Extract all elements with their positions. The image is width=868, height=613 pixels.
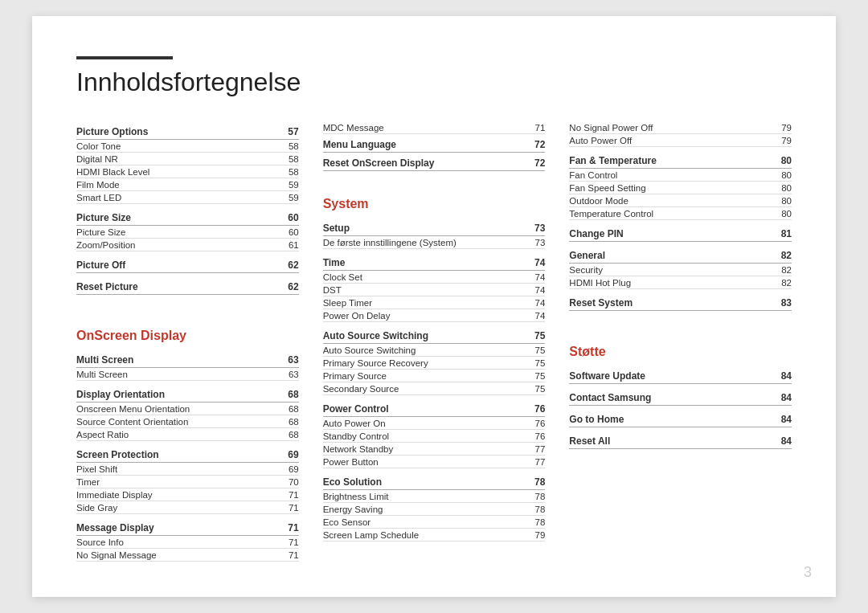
column-2: MDC Message 71 Menu Language 72 Reset On… xyxy=(323,121,546,565)
toc-header-change-pin: Change PIN 81 xyxy=(569,223,792,242)
toc-item: Auto Source Switching 75 xyxy=(323,344,546,357)
group-software-update: Software Update 84 xyxy=(569,366,792,384)
toc-item: Clock Set 74 xyxy=(323,271,546,284)
toc-item: HDMI Hot Plug 82 xyxy=(569,276,792,289)
toc-item: Timer 70 xyxy=(76,476,299,488)
toc-item: Source Content Orientation 68 xyxy=(76,415,299,428)
toc-item: Eco Sensor 78 xyxy=(323,516,546,529)
toc-item: No Signal Message 71 xyxy=(76,549,299,562)
toc-item: Source Info 71 xyxy=(76,536,299,549)
toc-item: Auto Power On 76 xyxy=(323,417,546,430)
toc-item: Smart LED 59 xyxy=(76,191,299,204)
toc-item: Standby Control 76 xyxy=(323,430,546,443)
toc-header-display-orientation: Display Orientation 68 xyxy=(76,384,299,403)
toc-item: Screen Lamp Schedule 79 xyxy=(323,529,546,541)
group-picture-off: Picture Off 62 xyxy=(76,255,299,273)
group-go-to-home: Go to Home 84 xyxy=(569,409,792,427)
group-screen-protection: Screen Protection 69 Pixel Shift 69 Time… xyxy=(76,444,299,514)
group-message-display: Message Display 71 Source Info 71 No Sig… xyxy=(76,517,299,562)
toc-item: Network Standby 77 xyxy=(323,443,546,456)
column-3: No Signal Power Off 79 Auto Power Off 79… xyxy=(569,121,792,565)
group-reset-picture: Reset Picture 62 xyxy=(76,276,299,295)
toc-item-reset-onscreen: Reset OnScreen Display 72 xyxy=(323,153,546,171)
toc-header-setup: Setup 73 xyxy=(323,218,546,236)
toc-header-multi-screen: Multi Screen 63 xyxy=(76,349,299,368)
toc-item: No Signal Power Off 79 xyxy=(569,121,792,134)
toc-item: Energy Saving 78 xyxy=(323,503,546,516)
group-picture-size: Picture Size 60 Picture Size 60 Zoom/Pos… xyxy=(76,207,299,251)
toc-item: Digital NR 58 xyxy=(76,153,299,166)
toc-columns: Picture Options 57 Color Tone 58 Digital… xyxy=(76,121,792,565)
toc-header-reset-all: Reset All 84 xyxy=(569,431,792,449)
group-fan-temperature: Fan & Temperature 80 Fan Control 80 Fan … xyxy=(569,150,792,220)
group-general: General 82 Security 82 HDMI Hot Plug 82 xyxy=(569,245,792,289)
group-col3-top: No Signal Power Off 79 Auto Power Off 79 xyxy=(569,121,792,147)
group-multi-screen: Multi Screen 63 Multi Screen 63 xyxy=(76,349,299,381)
toc-header-picture-size: Picture Size 60 xyxy=(76,207,299,226)
section-title-system: System xyxy=(323,197,546,211)
group-auto-source-switching: Auto Source Switching 75 Auto Source Swi… xyxy=(323,325,546,395)
toc-item: Temperature Control 80 xyxy=(569,207,792,220)
toc-header-reset-system: Reset System 83 xyxy=(569,292,792,311)
toc-item: Picture Size 60 xyxy=(76,226,299,239)
section-title-onscreen: OnScreen Display xyxy=(76,329,299,343)
toc-item: MDC Message 71 xyxy=(323,121,546,134)
group-change-pin: Change PIN 81 xyxy=(569,223,792,242)
toc-item: Outdoor Mode 80 xyxy=(569,194,792,207)
group-top-items: MDC Message 71 Menu Language 72 Reset On… xyxy=(323,121,546,171)
toc-item: Primary Source Recovery 75 xyxy=(323,357,546,370)
toc-header-general: General 82 xyxy=(569,245,792,264)
toc-item: Brightness Limit 78 xyxy=(323,490,546,503)
toc-item: DST 74 xyxy=(323,284,546,296)
group-contact-samsung: Contact Samsung 84 xyxy=(569,387,792,406)
toc-item: Pixel Shift 69 xyxy=(76,463,299,476)
toc-item-menu-language: Menu Language 72 xyxy=(323,134,546,153)
toc-header-reset-picture: Reset Picture 62 xyxy=(76,276,299,295)
page-number: 3 xyxy=(804,564,812,581)
toc-item: Fan Control 80 xyxy=(569,169,792,182)
section-title-stoette: Støtte xyxy=(569,345,792,359)
toc-item: Color Tone 58 xyxy=(76,140,299,153)
toc-header-screen-protection: Screen Protection 69 xyxy=(76,444,299,463)
toc-header-contact-samsung: Contact Samsung 84 xyxy=(569,387,792,406)
toc-item: Multi Screen 63 xyxy=(76,368,299,381)
toc-header-fan-temperature: Fan & Temperature 80 xyxy=(569,150,792,169)
toc-header-software-update: Software Update 84 xyxy=(569,366,792,384)
toc-item: Power Button 77 xyxy=(323,456,546,468)
toc-item: Security 82 xyxy=(569,264,792,276)
page: Innholdsfortegnelse Picture Options 57 C… xyxy=(32,16,836,597)
toc-item: Fan Speed Setting 80 xyxy=(569,182,792,194)
toc-item: Sleep Timer 74 xyxy=(323,296,546,309)
group-display-orientation: Display Orientation 68 Onscreen Menu Ori… xyxy=(76,384,299,441)
toc-item: De første innstillingene (System) 73 xyxy=(323,236,546,249)
group-power-control: Power Control 76 Auto Power On 76 Standb… xyxy=(323,398,546,468)
group-eco-solution: Eco Solution 78 Brightness Limit 78 Ener… xyxy=(323,472,546,541)
column-1: Picture Options 57 Color Tone 58 Digital… xyxy=(76,121,299,565)
toc-item: Film Mode 59 xyxy=(76,178,299,191)
toc-item: Primary Source 75 xyxy=(323,370,546,382)
toc-header-go-to-home: Go to Home 84 xyxy=(569,409,792,427)
toc-item: Aspect Ratio 68 xyxy=(76,428,299,441)
group-reset-all: Reset All 84 xyxy=(569,431,792,449)
page-title: Innholdsfortegnelse xyxy=(76,67,792,97)
toc-item: Auto Power Off 79 xyxy=(569,134,792,147)
toc-header-eco-solution: Eco Solution 78 xyxy=(323,472,546,490)
toc-header-picture-options: Picture Options 57 xyxy=(76,121,299,140)
toc-item: Secondary Source 75 xyxy=(323,382,546,395)
toc-item: Zoom/Position 61 xyxy=(76,239,299,251)
toc-header-message-display: Message Display 71 xyxy=(76,517,299,536)
toc-item: Side Gray 71 xyxy=(76,501,299,514)
toc-item: Power On Delay 74 xyxy=(323,309,546,322)
group-picture-options: Picture Options 57 Color Tone 58 Digital… xyxy=(76,121,299,204)
toc-header-power-control: Power Control 76 xyxy=(323,398,546,417)
title-bar xyxy=(76,56,173,59)
toc-item: Immediate Display 71 xyxy=(76,488,299,501)
toc-header-time: Time 74 xyxy=(323,252,546,271)
group-reset-system: Reset System 83 xyxy=(569,292,792,311)
group-setup: Setup 73 De første innstillingene (Syste… xyxy=(323,218,546,249)
group-time: Time 74 Clock Set 74 DST 74 Sleep Timer … xyxy=(323,252,546,322)
toc-item: Onscreen Menu Orientation 68 xyxy=(76,403,299,415)
toc-header-auto-source: Auto Source Switching 75 xyxy=(323,325,546,344)
toc-header-picture-off: Picture Off 62 xyxy=(76,255,299,273)
toc-item: HDMI Black Level 58 xyxy=(76,166,299,178)
